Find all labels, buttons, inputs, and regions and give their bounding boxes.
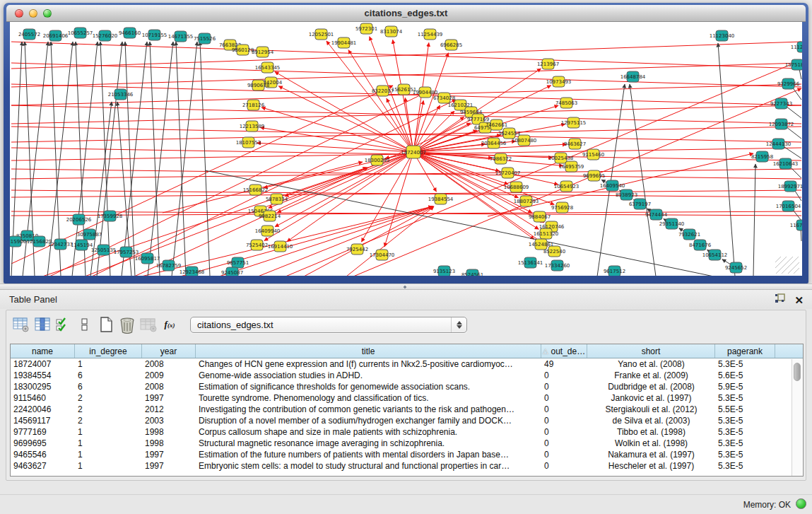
cell-title[interactable]: Embryonic stem cells: a model to study s… [196, 460, 541, 472]
table-row[interactable]: 1830029562008Estimation of significance … [11, 381, 803, 392]
graph-node[interactable]: 10654923 [554, 181, 579, 192]
table-settings-button[interactable] [11, 314, 32, 335]
graph-node[interactable]: 29351140 [659, 218, 685, 229]
network-canvas[interactable]: 1872400718300295193845548322037156261511… [10, 22, 802, 276]
network-window[interactable]: citations_edges.txt 18724007183002951938… [4, 3, 808, 284]
cell-out_degree[interactable]: 0 [541, 415, 587, 426]
graph-node[interactable]: 15720407 [495, 168, 521, 178]
cell-name[interactable]: 18300295 [11, 381, 75, 392]
cell-in_degree[interactable]: 1 [75, 358, 142, 370]
graph-node[interactable]: 20691406 [43, 30, 69, 41]
cell-title[interactable]: Genome-wide association studies in ADHD. [196, 370, 541, 381]
graph-node[interactable]: 12505135 [91, 245, 117, 255]
graph-node[interactable]: 9756928 [551, 202, 573, 213]
cell-out_degree[interactable]: 0 [541, 392, 587, 404]
graph-node[interactable]: 12093872 [769, 119, 794, 129]
graph-node[interactable]: 16409940 [255, 226, 281, 236]
cell-title[interactable]: Estimation of significance thresholds fo… [196, 381, 541, 392]
graph-node[interactable]: 15276020 [93, 30, 118, 41]
cell-title[interactable]: Estimation of the future numbers of pati… [196, 449, 541, 460]
cell-year[interactable]: 1998 [142, 438, 196, 449]
graph-node[interactable]: 10655257 [68, 28, 93, 38]
graph-node[interactable]: 12923468 [180, 267, 205, 276]
cell-year[interactable]: 2008 [142, 381, 196, 392]
cell-short[interactable]: de Silva et al. (2003) [587, 415, 715, 426]
cell-pagerank[interactable]: 5.3E-5 [715, 358, 775, 370]
cell-name[interactable]: 19384554 [11, 370, 75, 381]
table-row[interactable]: 1872400712008Changes of HCN gene express… [11, 358, 803, 370]
cell-short[interactable]: Nakamura et al. (1997) [587, 449, 715, 460]
graph-node[interactable]: 19904481 [331, 37, 357, 48]
scrollbar-thumb[interactable] [794, 363, 801, 381]
vertical-scrollbar[interactable] [792, 359, 802, 477]
graph-node[interactable]: 6966285 [440, 40, 462, 50]
graph-node[interactable]: 16648784 [620, 71, 646, 82]
table-row[interactable]: 1456911722003Disruption of a novel membe… [11, 415, 803, 426]
graph-node[interactable]: 8938923 [616, 189, 637, 200]
graph-node[interactable]: 17304470 [370, 250, 395, 260]
graph-node[interactable]: 9463627 [564, 139, 586, 149]
graph-node[interactable]: 9617512 [604, 266, 625, 276]
graph-node[interactable]: 20364456 [481, 138, 507, 148]
graph-node[interactable]: 5972301 [355, 23, 377, 34]
graph-node[interactable]: 9245652 [725, 262, 747, 273]
graph-node[interactable]: 11254439 [418, 29, 443, 40]
graph-node[interactable]: 2405572 [18, 29, 40, 40]
cell-out_degree[interactable]: 0 [541, 404, 587, 415]
cell-short[interactable]: Franke et al. (2009) [587, 370, 715, 381]
graph-node[interactable]: 9466160 [119, 28, 141, 38]
graph-node[interactable]: 8313074 [380, 26, 403, 37]
float-panel-icon[interactable] [775, 293, 785, 306]
column-header-pagerank[interactable]: pagerank [715, 344, 775, 358]
cell-pagerank[interactable]: 5.3E-5 [715, 415, 775, 426]
cell-name[interactable]: 14569117 [11, 415, 75, 426]
cell-title[interactable]: Tourette syndrome. Phenomenology and cla… [196, 392, 541, 404]
cell-pagerank[interactable]: 5.3E-5 [715, 392, 775, 404]
table-row[interactable]: 2242004622012Investigating the contribut… [11, 404, 803, 415]
graph-node[interactable]: 16914410 [268, 241, 293, 252]
column-header-name[interactable]: name [11, 344, 75, 358]
cell-short[interactable]: Yano et al. (2008) [587, 358, 715, 370]
column-header-out_degree[interactable]: △out_de… [541, 344, 587, 358]
cell-title[interactable]: Investigating the contribution of common… [196, 404, 541, 415]
cell-year[interactable]: 1997 [142, 392, 196, 404]
cell-in_degree[interactable]: 2 [75, 415, 142, 426]
graph-node[interactable]: 30975887 [77, 229, 102, 240]
graph-node[interactable]: 8912954 [252, 47, 274, 57]
graph-node[interactable]: 9857751 [227, 257, 249, 268]
graph-node[interactable]: 14671355 [168, 31, 194, 42]
cell-pagerank[interactable]: 5.5E-5 [715, 404, 775, 415]
graph-node[interactable]: 11675330 [790, 220, 802, 230]
column-header-short[interactable]: short [587, 344, 715, 358]
cell-in_degree[interactable]: 2 [75, 404, 142, 415]
graph-node[interactable]: 12052501 [309, 29, 334, 40]
cell-short[interactable]: Stergiakouli et al. (2012) [587, 404, 715, 415]
graph-node[interactable]: 21053346 [108, 89, 134, 100]
function-builder-button[interactable]: f(x) [159, 314, 180, 335]
graph-node[interactable]: 8524561 [461, 269, 483, 276]
graph-node[interactable]: 7932621 [678, 229, 700, 240]
cell-in_degree[interactable]: 1 [75, 438, 142, 449]
graph-node[interactable]: 11123040 [710, 30, 735, 41]
graph-node[interactable]: 9329966 [777, 78, 800, 89]
cell-in_degree[interactable]: 1 [75, 460, 142, 472]
new-document-button[interactable] [95, 314, 117, 335]
cell-short[interactable]: Dudbridge et al. (2008) [587, 381, 715, 392]
cell-year[interactable]: 1997 [142, 460, 196, 472]
citation-network-graph[interactable]: 1872400718300295193845548322037156261511… [10, 22, 802, 276]
divider-grip-icon[interactable] [401, 285, 409, 289]
cell-pagerank[interactable]: 5.3E-5 [715, 426, 775, 438]
cell-out_degree[interactable]: 0 [541, 426, 587, 438]
cell-year[interactable]: 1998 [142, 426, 196, 438]
cell-short[interactable]: Wolkin et al. (1998) [587, 438, 715, 449]
graph-node[interactable]: 16409540 [600, 180, 625, 191]
table-selector-dropdown[interactable]: citations_edges.txt [190, 317, 467, 333]
delete-table-button-disabled[interactable] [138, 314, 159, 335]
cell-year[interactable]: 1997 [142, 449, 196, 460]
graph-node[interactable]: 9245087 [221, 267, 243, 276]
cell-in_degree[interactable]: 1 [75, 426, 142, 438]
cell-in_degree[interactable]: 1 [75, 449, 142, 460]
table-row[interactable]: 946362711997Embryonic stem cells: a mode… [11, 460, 803, 472]
graph-node[interactable]: 2718126 [242, 100, 265, 110]
column-header-title[interactable]: title [196, 344, 541, 358]
